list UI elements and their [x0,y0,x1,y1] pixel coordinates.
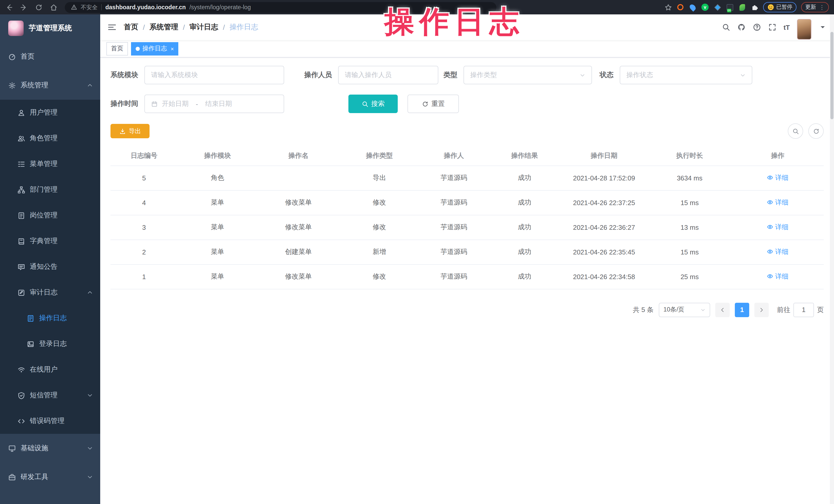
reset-button[interactable]: 重置 [408,94,459,113]
prev-page-button[interactable] [715,303,730,317]
extension-dark-on-icon[interactable]: on [726,3,733,11]
sidebar-item-sms-management[interactable]: 短信管理 [0,382,100,408]
cell-module: 角色 [178,166,258,190]
sidebar-item-label: 部门管理 [30,185,58,194]
operator-input[interactable]: 请输入操作人员 [338,66,438,84]
forward-icon[interactable] [20,3,28,11]
sidebar-item-audit-log[interactable]: 审计日志 [0,280,100,305]
hamburger-icon[interactable] [107,23,117,32]
back-icon[interactable] [5,3,13,11]
column-header: 操作日期 [561,146,648,166]
insecure-warning-icon [71,4,77,10]
cell-module: 菜单 [178,215,258,240]
github-icon[interactable] [737,23,745,31]
detail-link[interactable]: 详细 [767,223,789,232]
page-number-button[interactable]: 1 [735,303,749,317]
extension-green-leaf-icon[interactable] [738,3,746,11]
sidebar-item-error-code-management[interactable]: 错误码管理 [0,408,100,434]
date-range-input[interactable]: 开始日期 - 结束日期 [145,94,284,113]
user-icon [18,109,25,116]
filter-row-2: 操作时间 开始日期 - 结束日期 搜索 重置 [110,94,824,113]
cell-actions: 详细 [732,190,824,215]
extension-blue-gem-icon[interactable] [714,3,721,11]
fullscreen-icon[interactable] [768,23,776,31]
export-button[interactable]: 导出 [110,124,150,138]
refresh-table-button[interactable] [808,123,824,139]
user-avatar[interactable] [797,19,811,40]
status-select[interactable]: 操作状态 [620,66,752,84]
detail-link[interactable]: 详细 [767,173,789,182]
bookmark-star-icon[interactable] [664,3,672,11]
extension-blue-pin-icon[interactable] [689,3,697,11]
scrollbar-thumb[interactable] [830,32,833,119]
detail-link[interactable]: 详细 [767,247,789,257]
omnibox-divider [101,4,102,10]
update-button-label: 更新 [805,4,816,11]
time-label: 操作时间 [110,99,145,108]
sidebar-item-menu-management[interactable]: 菜单管理 [0,151,100,177]
eye-icon [767,248,774,255]
page-size-select[interactable]: 10条/页 [659,303,710,317]
browser-menu-icon[interactable]: ⋮ [819,4,825,10]
breadcrumb: 首页/系统管理/审计日志/操作日志 [124,23,258,32]
module-input[interactable]: 请输入系统模块 [145,66,284,84]
browser-extensions-area: v on 已暂停 更新 ⋮ [664,2,829,12]
download-icon [119,128,126,134]
sidebar-item-post-management[interactable]: 岗位管理 [0,202,100,228]
users-icon [18,134,25,142]
reload-icon[interactable] [35,3,43,11]
chevron-down-icon [580,72,585,78]
sidebar-item-online-user[interactable]: 在线用户 [0,357,100,382]
sidebar-logo-row[interactable]: 芋道管理系统 [0,15,100,42]
home-icon[interactable] [50,3,58,11]
detail-link[interactable]: 详细 [767,272,789,281]
browser-update-button[interactable]: 更新 ⋮ [801,2,829,12]
refresh-icon [422,101,428,107]
sidebar-item-infrastructure[interactable]: 基础设施 [0,434,100,463]
close-icon[interactable]: × [171,45,174,52]
sidebar-item-label: 研发工具 [21,473,48,482]
sidebar-item-label: 通知公告 [30,262,58,271]
profile-paused-badge[interactable]: 已暂停 [763,2,796,12]
breadcrumb-item[interactable]: 审计日志 [190,23,218,32]
avatar-caret-down-icon[interactable] [818,23,827,31]
toggle-search-button[interactable] [788,123,803,139]
start-date-placeholder: 开始日期 [162,99,189,108]
sidebar-item-dept-management[interactable]: 部门管理 [0,177,100,202]
extension-green-v-icon[interactable]: v [701,3,709,11]
online-icon [18,366,25,373]
jump-page-input[interactable] [793,303,814,317]
cell-duration: 15 ms [648,190,732,215]
sidebar-item-role-management[interactable]: 角色管理 [0,126,100,151]
search-icon [792,128,799,134]
font-size-icon[interactable]: tT [783,23,790,31]
search-button[interactable]: 搜索 [348,94,398,113]
type-select[interactable]: 操作类型 [463,66,592,84]
next-page-button[interactable] [754,303,769,317]
tag-active[interactable]: 操作日志× [131,42,179,55]
breadcrumb-item[interactable]: 系统管理 [150,23,178,32]
cell-name: 修改菜单 [258,264,339,289]
detail-link[interactable]: 详细 [767,198,789,207]
sidebar-item-notice[interactable]: 通知公告 [0,254,100,280]
sidebar-item-login-log[interactable]: 登录日志 [0,331,100,357]
search-icon[interactable] [722,23,730,31]
page-scrollbar[interactable] [830,15,834,504]
sidebar-item-dev-tools[interactable]: 研发工具 [0,463,100,491]
chevron-down-icon [740,72,746,78]
tag-item[interactable]: 首页 [106,42,128,55]
navbar-right: tT [722,15,827,40]
sidebar-item-dict-management[interactable]: 字典管理 [0,228,100,254]
sidebar: 芋道管理系统 首页系统管理用户管理角色管理菜单管理部门管理岗位管理字典管理通知公… [0,15,100,504]
extension-orange-ring-icon[interactable] [677,3,684,11]
sidebar-item-home[interactable]: 首页 [0,42,100,71]
sidebar-item-user-management[interactable]: 用户管理 [0,100,100,126]
annotation-overlay: 操作日志 [385,2,524,42]
help-icon[interactable] [752,23,761,31]
extensions-puzzle-icon[interactable] [750,3,758,11]
cell-duration: 3634 ms [648,166,732,190]
eye-icon [767,273,774,280]
breadcrumb-item[interactable]: 首页 [124,23,138,32]
sidebar-item-system-management[interactable]: 系统管理 [0,71,100,100]
sidebar-item-operate-log[interactable]: 操作日志 [0,305,100,331]
